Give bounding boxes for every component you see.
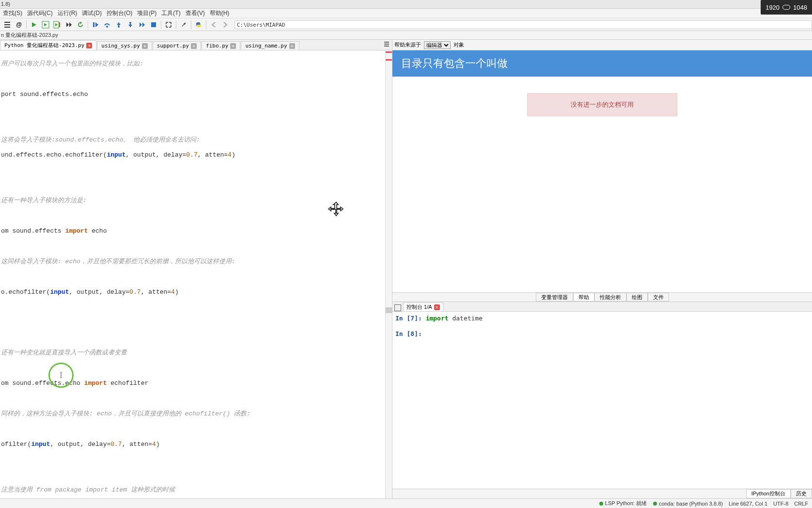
console-pane: 控制台 1/A × In [7]: import datetime In [8]… bbox=[392, 302, 812, 498]
python-icon[interactable] bbox=[193, 19, 204, 30]
svg-point-4 bbox=[118, 26, 120, 28]
ipython-console[interactable]: In [7]: import datetime In [8]: bbox=[392, 312, 812, 489]
maximize-icon[interactable] bbox=[163, 19, 174, 30]
tab-fibo[interactable]: fibo.py× bbox=[202, 41, 240, 50]
status-bar: LSP Python: 就绪 conda: base (Python 3.8.8… bbox=[0, 498, 812, 508]
menu-search[interactable]: 查找(S) bbox=[1, 8, 24, 18]
file-tabs: Python 量化编程基础-2023.py× using_sys.py× sup… bbox=[0, 40, 392, 50]
tab-using-sys[interactable]: using_sys.py× bbox=[97, 41, 152, 50]
editor-pane: Python 量化编程基础-2023.py× using_sys.py× sup… bbox=[0, 40, 392, 498]
svg-point-3 bbox=[106, 26, 108, 28]
run-icon[interactable] bbox=[29, 19, 39, 30]
svg-point-8 bbox=[653, 502, 657, 506]
tab-history[interactable]: 历史 bbox=[791, 489, 812, 498]
working-dir-field[interactable]: C:\Users\MIAPAD bbox=[234, 20, 812, 29]
menu-view[interactable]: 查看(V) bbox=[184, 8, 207, 18]
menu-debug[interactable]: 调试(D) bbox=[80, 8, 104, 18]
tab-profiler[interactable]: 性能分析 bbox=[594, 293, 626, 302]
close-icon[interactable]: × bbox=[434, 304, 440, 310]
svg-point-5 bbox=[129, 22, 131, 24]
right-pane: 帮助来源于 编辑器 对象 目录只有包含一个叫做 没有进一步的文档可用 变量管理器… bbox=[392, 40, 812, 498]
scrollbar-strip[interactable] bbox=[385, 50, 392, 498]
step-out-icon[interactable] bbox=[125, 19, 136, 30]
breadcrumb: n 量化编程基础-2023.py bbox=[0, 31, 812, 40]
rerun-icon[interactable] bbox=[75, 19, 86, 30]
continue-icon[interactable] bbox=[137, 19, 147, 30]
nav-back-icon[interactable] bbox=[208, 19, 219, 30]
window-tab-strip: 1.8) bbox=[0, 0, 812, 9]
tab-variable-explorer[interactable]: 变量管理器 bbox=[536, 293, 573, 302]
help-source-select[interactable]: 编辑器 bbox=[424, 41, 451, 49]
status-encoding: UTF-8 bbox=[773, 501, 788, 507]
debug-start-icon[interactable] bbox=[90, 19, 101, 30]
main-toolbar: @ C:\Users\MIAPAD bbox=[0, 18, 812, 31]
no-doc-message: 没有进一步的文档可用 bbox=[527, 93, 677, 116]
step-into-icon[interactable] bbox=[113, 19, 124, 30]
console-tab-1[interactable]: 控制台 1/A × bbox=[403, 302, 443, 311]
help-title: 目录只有包含一个叫做 bbox=[392, 50, 812, 77]
hamburger-icon[interactable] bbox=[383, 41, 390, 49]
status-cursor-pos: Line 6627, Col 1 bbox=[729, 501, 767, 507]
close-icon[interactable]: × bbox=[230, 43, 236, 49]
tab-help[interactable]: 帮助 bbox=[573, 293, 594, 302]
tab-support[interactable]: support.py× bbox=[153, 41, 201, 50]
menu-source[interactable]: 源代码(C) bbox=[25, 8, 55, 18]
help-toolbar: 帮助来源于 编辑器 对象 bbox=[392, 40, 812, 50]
at-icon[interactable]: @ bbox=[14, 19, 24, 30]
close-icon[interactable]: × bbox=[289, 43, 295, 49]
recorder-resolution-badge: 1920 1048 bbox=[761, 0, 812, 15]
svg-point-7 bbox=[599, 502, 603, 506]
help-body: 没有进一步的文档可用 bbox=[392, 77, 812, 292]
svg-rect-6 bbox=[151, 22, 156, 27]
help-object-label: 对象 bbox=[453, 41, 464, 48]
menu-projects[interactable]: 项目(P) bbox=[135, 8, 158, 18]
help-source-label: 帮助来源于 bbox=[394, 41, 421, 48]
menu-consoles[interactable]: 控制台(O) bbox=[105, 8, 134, 18]
console-window-icon[interactable] bbox=[394, 304, 401, 311]
status-conda[interactable]: conda: base (Python 3.8.8) bbox=[653, 501, 723, 507]
run-cell-advance-icon[interactable] bbox=[52, 19, 62, 30]
close-icon[interactable]: × bbox=[142, 43, 148, 49]
stop-icon[interactable] bbox=[148, 19, 159, 30]
help-pane-tabs: 变量管理器 帮助 性能分析 绘图 文件 bbox=[392, 292, 812, 302]
close-icon[interactable]: × bbox=[86, 43, 92, 48]
tab-files[interactable]: 文件 bbox=[648, 293, 669, 302]
link-icon bbox=[782, 5, 790, 10]
step-over-icon[interactable] bbox=[102, 19, 112, 30]
status-eol: CRLF bbox=[794, 501, 808, 507]
menu-help[interactable]: 帮助(H) bbox=[208, 8, 232, 18]
tab-plots[interactable]: 绘图 bbox=[626, 293, 648, 302]
menu-run[interactable]: 运行(R) bbox=[56, 8, 79, 18]
outline-icon[interactable] bbox=[2, 19, 13, 30]
wrench-icon[interactable] bbox=[178, 19, 189, 30]
svg-rect-2 bbox=[93, 22, 94, 27]
close-icon[interactable]: × bbox=[191, 43, 197, 49]
tab-main[interactable]: Python 量化编程基础-2023.py× bbox=[0, 40, 96, 50]
nav-forward-icon[interactable] bbox=[220, 19, 231, 30]
menu-tools[interactable]: 工具(T) bbox=[159, 8, 182, 18]
run-selection-icon[interactable] bbox=[63, 19, 74, 30]
tab-using-name[interactable]: using_name.py× bbox=[241, 41, 299, 50]
menu-bar: 查找(S) 源代码(C) 运行(R) 调试(D) 控制台(O) 项目(P) 工具… bbox=[0, 9, 812, 18]
status-lsp: LSP Python: 就绪 bbox=[599, 500, 647, 507]
code-editor[interactable]: 用户可以每次只导入一个包里面的特定模块，比如: port sound.effec… bbox=[0, 50, 392, 498]
tab-ipython-console[interactable]: IPython控制台 bbox=[746, 489, 791, 498]
run-cell-icon[interactable] bbox=[40, 19, 51, 30]
